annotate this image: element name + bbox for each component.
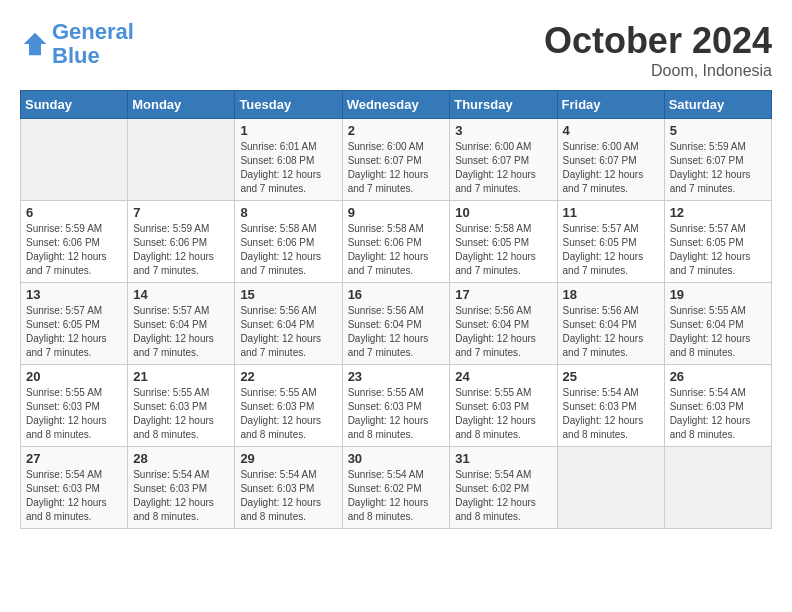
day-info: Sunrise: 5:55 AM Sunset: 6:03 PM Dayligh… bbox=[26, 386, 122, 442]
weekday-header: Saturday bbox=[664, 91, 771, 119]
day-number: 3 bbox=[455, 123, 551, 138]
calendar-cell: 5Sunrise: 5:59 AM Sunset: 6:07 PM Daylig… bbox=[664, 119, 771, 201]
calendar-cell: 8Sunrise: 5:58 AM Sunset: 6:06 PM Daylig… bbox=[235, 201, 342, 283]
day-info: Sunrise: 5:59 AM Sunset: 6:06 PM Dayligh… bbox=[133, 222, 229, 278]
svg-marker-0 bbox=[24, 33, 47, 56]
weekday-header: Monday bbox=[128, 91, 235, 119]
calendar-cell: 2Sunrise: 6:00 AM Sunset: 6:07 PM Daylig… bbox=[342, 119, 450, 201]
calendar-week-row: 6Sunrise: 5:59 AM Sunset: 6:06 PM Daylig… bbox=[21, 201, 772, 283]
day-info: Sunrise: 5:55 AM Sunset: 6:03 PM Dayligh… bbox=[133, 386, 229, 442]
calendar-body: 1Sunrise: 6:01 AM Sunset: 6:08 PM Daylig… bbox=[21, 119, 772, 529]
day-number: 20 bbox=[26, 369, 122, 384]
calendar-week-row: 13Sunrise: 5:57 AM Sunset: 6:05 PM Dayli… bbox=[21, 283, 772, 365]
calendar-week-row: 27Sunrise: 5:54 AM Sunset: 6:03 PM Dayli… bbox=[21, 447, 772, 529]
day-info: Sunrise: 5:57 AM Sunset: 6:05 PM Dayligh… bbox=[563, 222, 659, 278]
day-number: 30 bbox=[348, 451, 445, 466]
calendar-cell: 9Sunrise: 5:58 AM Sunset: 6:06 PM Daylig… bbox=[342, 201, 450, 283]
day-number: 22 bbox=[240, 369, 336, 384]
location: Doom, Indonesia bbox=[544, 62, 772, 80]
month-title: October 2024 bbox=[544, 20, 772, 62]
logo: General Blue bbox=[20, 20, 134, 68]
day-info: Sunrise: 5:59 AM Sunset: 6:06 PM Dayligh… bbox=[26, 222, 122, 278]
day-info: Sunrise: 5:59 AM Sunset: 6:07 PM Dayligh… bbox=[670, 140, 766, 196]
calendar-cell: 12Sunrise: 5:57 AM Sunset: 6:05 PM Dayli… bbox=[664, 201, 771, 283]
calendar-cell bbox=[21, 119, 128, 201]
day-info: Sunrise: 5:54 AM Sunset: 6:02 PM Dayligh… bbox=[348, 468, 445, 524]
day-number: 5 bbox=[670, 123, 766, 138]
day-number: 2 bbox=[348, 123, 445, 138]
calendar-cell: 24Sunrise: 5:55 AM Sunset: 6:03 PM Dayli… bbox=[450, 365, 557, 447]
day-number: 29 bbox=[240, 451, 336, 466]
weekday-header: Wednesday bbox=[342, 91, 450, 119]
logo-icon bbox=[20, 29, 50, 59]
day-info: Sunrise: 5:58 AM Sunset: 6:05 PM Dayligh… bbox=[455, 222, 551, 278]
day-info: Sunrise: 5:55 AM Sunset: 6:03 PM Dayligh… bbox=[240, 386, 336, 442]
title-block: October 2024 Doom, Indonesia bbox=[544, 20, 772, 80]
calendar-cell: 7Sunrise: 5:59 AM Sunset: 6:06 PM Daylig… bbox=[128, 201, 235, 283]
calendar-cell: 11Sunrise: 5:57 AM Sunset: 6:05 PM Dayli… bbox=[557, 201, 664, 283]
weekday-header: Thursday bbox=[450, 91, 557, 119]
day-number: 13 bbox=[26, 287, 122, 302]
calendar-cell: 6Sunrise: 5:59 AM Sunset: 6:06 PM Daylig… bbox=[21, 201, 128, 283]
calendar-cell: 23Sunrise: 5:55 AM Sunset: 6:03 PM Dayli… bbox=[342, 365, 450, 447]
calendar-cell: 22Sunrise: 5:55 AM Sunset: 6:03 PM Dayli… bbox=[235, 365, 342, 447]
calendar-cell bbox=[557, 447, 664, 529]
day-info: Sunrise: 5:55 AM Sunset: 6:04 PM Dayligh… bbox=[670, 304, 766, 360]
day-number: 16 bbox=[348, 287, 445, 302]
calendar-week-row: 20Sunrise: 5:55 AM Sunset: 6:03 PM Dayli… bbox=[21, 365, 772, 447]
day-info: Sunrise: 6:00 AM Sunset: 6:07 PM Dayligh… bbox=[348, 140, 445, 196]
day-info: Sunrise: 6:00 AM Sunset: 6:07 PM Dayligh… bbox=[455, 140, 551, 196]
day-info: Sunrise: 5:54 AM Sunset: 6:02 PM Dayligh… bbox=[455, 468, 551, 524]
day-number: 23 bbox=[348, 369, 445, 384]
calendar-cell: 20Sunrise: 5:55 AM Sunset: 6:03 PM Dayli… bbox=[21, 365, 128, 447]
day-number: 26 bbox=[670, 369, 766, 384]
day-number: 17 bbox=[455, 287, 551, 302]
day-number: 24 bbox=[455, 369, 551, 384]
calendar-table: SundayMondayTuesdayWednesdayThursdayFrid… bbox=[20, 90, 772, 529]
day-number: 15 bbox=[240, 287, 336, 302]
day-info: Sunrise: 5:54 AM Sunset: 6:03 PM Dayligh… bbox=[26, 468, 122, 524]
day-info: Sunrise: 5:54 AM Sunset: 6:03 PM Dayligh… bbox=[133, 468, 229, 524]
calendar-cell: 17Sunrise: 5:56 AM Sunset: 6:04 PM Dayli… bbox=[450, 283, 557, 365]
day-number: 6 bbox=[26, 205, 122, 220]
weekday-header: Friday bbox=[557, 91, 664, 119]
calendar-cell: 29Sunrise: 5:54 AM Sunset: 6:03 PM Dayli… bbox=[235, 447, 342, 529]
day-number: 1 bbox=[240, 123, 336, 138]
day-info: Sunrise: 5:55 AM Sunset: 6:03 PM Dayligh… bbox=[348, 386, 445, 442]
day-info: Sunrise: 5:55 AM Sunset: 6:03 PM Dayligh… bbox=[455, 386, 551, 442]
calendar-cell bbox=[128, 119, 235, 201]
day-number: 11 bbox=[563, 205, 659, 220]
day-number: 28 bbox=[133, 451, 229, 466]
calendar-cell: 1Sunrise: 6:01 AM Sunset: 6:08 PM Daylig… bbox=[235, 119, 342, 201]
calendar-cell: 19Sunrise: 5:55 AM Sunset: 6:04 PM Dayli… bbox=[664, 283, 771, 365]
day-info: Sunrise: 5:57 AM Sunset: 6:04 PM Dayligh… bbox=[133, 304, 229, 360]
calendar-cell: 30Sunrise: 5:54 AM Sunset: 6:02 PM Dayli… bbox=[342, 447, 450, 529]
day-number: 31 bbox=[455, 451, 551, 466]
calendar-cell: 21Sunrise: 5:55 AM Sunset: 6:03 PM Dayli… bbox=[128, 365, 235, 447]
day-number: 7 bbox=[133, 205, 229, 220]
calendar-cell: 26Sunrise: 5:54 AM Sunset: 6:03 PM Dayli… bbox=[664, 365, 771, 447]
day-number: 4 bbox=[563, 123, 659, 138]
day-number: 12 bbox=[670, 205, 766, 220]
day-number: 8 bbox=[240, 205, 336, 220]
calendar-cell: 18Sunrise: 5:56 AM Sunset: 6:04 PM Dayli… bbox=[557, 283, 664, 365]
day-number: 18 bbox=[563, 287, 659, 302]
calendar-header-row: SundayMondayTuesdayWednesdayThursdayFrid… bbox=[21, 91, 772, 119]
calendar-cell bbox=[664, 447, 771, 529]
day-info: Sunrise: 5:58 AM Sunset: 6:06 PM Dayligh… bbox=[240, 222, 336, 278]
calendar-cell: 13Sunrise: 5:57 AM Sunset: 6:05 PM Dayli… bbox=[21, 283, 128, 365]
calendar-cell: 3Sunrise: 6:00 AM Sunset: 6:07 PM Daylig… bbox=[450, 119, 557, 201]
calendar-cell: 14Sunrise: 5:57 AM Sunset: 6:04 PM Dayli… bbox=[128, 283, 235, 365]
day-info: Sunrise: 5:58 AM Sunset: 6:06 PM Dayligh… bbox=[348, 222, 445, 278]
calendar-cell: 25Sunrise: 5:54 AM Sunset: 6:03 PM Dayli… bbox=[557, 365, 664, 447]
day-info: Sunrise: 6:00 AM Sunset: 6:07 PM Dayligh… bbox=[563, 140, 659, 196]
day-number: 14 bbox=[133, 287, 229, 302]
day-info: Sunrise: 5:57 AM Sunset: 6:05 PM Dayligh… bbox=[26, 304, 122, 360]
day-number: 9 bbox=[348, 205, 445, 220]
logo-line2: Blue bbox=[52, 43, 100, 68]
page-header: General Blue October 2024 Doom, Indonesi… bbox=[20, 20, 772, 80]
day-info: Sunrise: 5:56 AM Sunset: 6:04 PM Dayligh… bbox=[348, 304, 445, 360]
calendar-cell: 10Sunrise: 5:58 AM Sunset: 6:05 PM Dayli… bbox=[450, 201, 557, 283]
calendar-cell: 31Sunrise: 5:54 AM Sunset: 6:02 PM Dayli… bbox=[450, 447, 557, 529]
logo-text: General Blue bbox=[52, 20, 134, 68]
